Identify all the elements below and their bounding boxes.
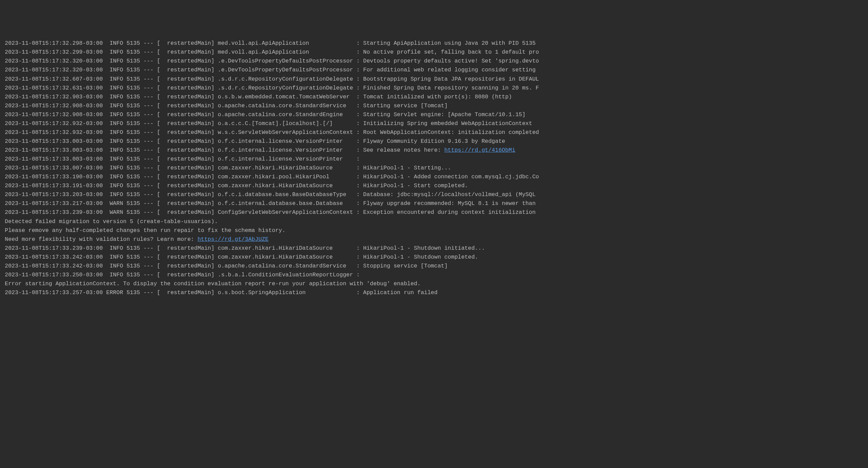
log-line: 2023-11-08T15:17:33.203-03:00 INFO 5135 … xyxy=(5,190,863,199)
log-line: 2023-11-08T15:17:33.007-03:00 INFO 5135 … xyxy=(5,164,863,173)
log-line: 2023-11-08T15:17:32.932-03:00 INFO 5135 … xyxy=(5,128,863,137)
log-link[interactable]: https://rd.gt/416ObMi xyxy=(444,147,515,153)
log-line: 2023-11-08T15:17:32.932-03:00 INFO 5135 … xyxy=(5,119,863,128)
log-line: 2023-11-08T15:17:33.191-03:00 INFO 5135 … xyxy=(5,181,863,190)
log-line: Detected failed migration to version 5 (… xyxy=(5,217,863,226)
log-line: 2023-11-08T15:17:32.908-03:00 INFO 5135 … xyxy=(5,101,863,110)
log-line: 2023-11-08T15:17:32.908-03:00 INFO 5135 … xyxy=(5,110,863,119)
log-line: 2023-11-08T15:17:33.239-03:00 INFO 5135 … xyxy=(5,244,863,253)
log-line: 2023-11-08T15:17:33.242-03:00 INFO 5135 … xyxy=(5,262,863,271)
log-line: 2023-11-08T15:17:33.003-03:00 INFO 5135 … xyxy=(5,155,863,164)
log-line: 2023-11-08T15:17:32.903-03:00 INFO 5135 … xyxy=(5,93,863,101)
log-text: 2023-11-08T15:17:33.003-03:00 INFO 5135 … xyxy=(5,147,444,153)
log-line: 2023-11-08T15:17:33.003-03:00 INFO 5135 … xyxy=(5,146,863,155)
log-line: 2023-11-08T15:17:32.631-03:00 INFO 5135 … xyxy=(5,84,863,93)
log-line: 2023-11-08T15:17:33.242-03:00 INFO 5135 … xyxy=(5,253,863,262)
log-line: 2023-11-08T15:17:32.320-03:00 INFO 5135 … xyxy=(5,57,863,66)
log-line: 2023-11-08T15:17:33.250-03:00 INFO 5135 … xyxy=(5,271,863,279)
log-line: Error starting ApplicationContext. To di… xyxy=(5,279,863,288)
log-line: 2023-11-08T15:17:32.299-03:00 INFO 5135 … xyxy=(5,48,863,57)
log-line: Need more flexibility with validation ru… xyxy=(5,235,863,244)
log-text: Need more flexibility with validation ru… xyxy=(5,236,197,243)
log-line: 2023-11-08T15:17:33.217-03:00 WARN 5135 … xyxy=(5,199,863,208)
log-line: 2023-11-08T15:17:33.003-03:00 INFO 5135 … xyxy=(5,137,863,146)
console-output: 2023-11-08T15:17:32.298-03:00 INFO 5135 … xyxy=(5,39,863,297)
log-line: 2023-11-08T15:17:33.257-03:00 ERROR 5135… xyxy=(5,288,863,297)
log-link[interactable]: https://rd.gt/3AbJUZE xyxy=(197,236,268,243)
log-line: 2023-11-08T15:17:33.239-03:00 WARN 5135 … xyxy=(5,208,863,217)
log-line: 2023-11-08T15:17:32.320-03:00 INFO 5135 … xyxy=(5,66,863,74)
log-line: 2023-11-08T15:17:32.607-03:00 INFO 5135 … xyxy=(5,75,863,84)
log-line: 2023-11-08T15:17:33.190-03:00 INFO 5135 … xyxy=(5,173,863,181)
log-line: 2023-11-08T15:17:32.298-03:00 INFO 5135 … xyxy=(5,39,863,48)
log-line: Please remove any half-completed changes… xyxy=(5,226,863,235)
